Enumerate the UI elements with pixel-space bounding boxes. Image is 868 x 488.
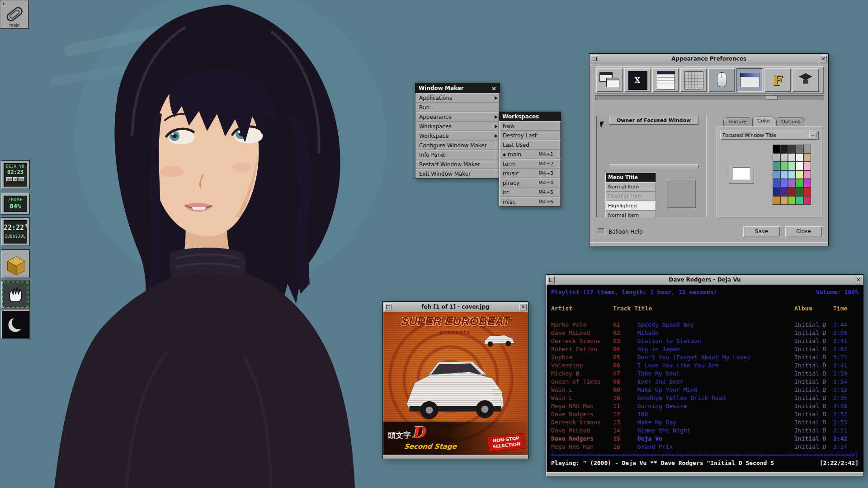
- track-row[interactable]: Wain L 10 Goodbye Yellow Brick Road Init…: [551, 394, 859, 402]
- menu-item[interactable]: Appearance: [415, 112, 500, 122]
- resizebar[interactable]: [383, 455, 528, 459]
- track-row[interactable]: Wain L 09 Make Up Your Mind Initial D 3:…: [551, 386, 859, 394]
- titlebar[interactable]: Dave Rodgers - Deja Vu ×: [546, 275, 863, 285]
- mouse-settings-icon[interactable]: [708, 68, 735, 92]
- menu-item[interactable]: main M4+1: [499, 150, 561, 159]
- color-swatch[interactable]: [796, 170, 803, 179]
- color-swatch[interactable]: [788, 162, 796, 170]
- color-swatch[interactable]: [788, 153, 796, 162]
- color-swatch[interactable]: [780, 162, 788, 170]
- workspaces-menu-titlebar[interactable]: Workspaces: [499, 112, 561, 121]
- menu-style-icon[interactable]: X: [624, 68, 651, 92]
- dockapp-music-player[interactable]: DEJA VU 02:23 ◂◂ ▸ ▸▸: [1, 160, 30, 189]
- color-swatch[interactable]: [803, 153, 811, 162]
- preview-menu-item[interactable]: Highlighted: [605, 201, 656, 211]
- tab[interactable]: Texture: [723, 117, 751, 126]
- color-swatch[interactable]: [796, 153, 803, 162]
- preview-titlebar-button[interactable]: Owner of Focused Window: [609, 116, 698, 125]
- preview-resizebar[interactable]: [609, 164, 698, 168]
- track-row[interactable]: Marko Polo 01 Speedy Speed Boy Initial D…: [551, 321, 859, 329]
- icon-preview[interactable]: [667, 179, 696, 208]
- color-swatch[interactable]: [796, 179, 803, 188]
- expert-options-icon[interactable]: [793, 68, 819, 92]
- color-swatch[interactable]: [773, 170, 780, 179]
- dropdown-button-icon[interactable]: [809, 132, 816, 138]
- color-swatch[interactable]: [788, 179, 796, 188]
- color-swatch[interactable]: [773, 196, 780, 205]
- color-swatch[interactable]: [796, 162, 803, 170]
- dockapp-moon-phase[interactable]: [1, 310, 30, 339]
- menu-item[interactable]: New: [499, 121, 561, 131]
- resizebar[interactable]: [546, 472, 863, 476]
- menu-item[interactable]: Destroy Last: [499, 131, 561, 140]
- menu-item[interactable]: Exit Window Maker: [415, 169, 500, 178]
- dockapp-clock[interactable]: 22:2239 SUN09JUL: [1, 217, 30, 246]
- tab[interactable]: Options: [776, 117, 805, 126]
- color-swatch[interactable]: [773, 179, 780, 188]
- color-swatch[interactable]: [773, 188, 780, 196]
- dockapp-crate[interactable]: [1, 249, 30, 278]
- preview-menu-item[interactable]: Disabled Item: [605, 192, 656, 201]
- forward-button[interactable]: ▸▸: [19, 177, 24, 181]
- menu-item[interactable]: misc M4+6: [499, 197, 561, 206]
- color-swatch[interactable]: [780, 145, 788, 153]
- color-swatch[interactable]: [796, 188, 803, 196]
- menu-item[interactable]: Run...: [415, 103, 500, 112]
- menu-item[interactable]: Configure Window Maker: [415, 141, 500, 150]
- titlebar[interactable]: Appearance Preferences ×: [590, 54, 828, 64]
- play-button[interactable]: ▸: [13, 177, 18, 181]
- color-swatch[interactable]: [780, 179, 788, 188]
- color-swatch[interactable]: [780, 188, 788, 196]
- track-row[interactable]: Robert Patton 04 Big in Japan Initial D …: [551, 345, 859, 353]
- tab[interactable]: Color: [752, 117, 775, 126]
- window-titlebar-icon[interactable]: [736, 68, 763, 92]
- close-icon[interactable]: ×: [820, 55, 827, 62]
- menu-item[interactable]: music M4+3: [499, 169, 561, 178]
- color-swatch[interactable]: [780, 153, 788, 162]
- color-swatch[interactable]: [773, 153, 780, 162]
- color-swatch[interactable]: [780, 170, 788, 179]
- menu-item[interactable]: Workspaces: [415, 122, 500, 131]
- color-swatch[interactable]: [796, 196, 803, 205]
- menu-item[interactable]: Applications: [415, 93, 500, 103]
- preview-menu-item[interactable]: Normal Item: [605, 211, 656, 217]
- color-swatch[interactable]: [803, 188, 811, 196]
- menu-item[interactable]: term M4+2: [499, 159, 561, 169]
- track-row[interactable]: Derreck Simons 13 Make My Day Initial D …: [551, 418, 859, 427]
- scrollbar-thumb[interactable]: [766, 96, 778, 100]
- track-row[interactable]: Queen of Times 08 Ever and Ever Initial …: [551, 378, 859, 386]
- texture-grid-icon[interactable]: [680, 68, 707, 92]
- color-swatch[interactable]: [788, 188, 796, 196]
- menu-item[interactable]: Workspace: [415, 131, 500, 141]
- save-button[interactable]: Save: [743, 226, 780, 236]
- track-row[interactable]: Dave Rodgers 12 100 Initial D 2:52: [551, 410, 859, 418]
- close-icon[interactable]: ×: [491, 85, 496, 91]
- preview-menu-item[interactable]: Normal Item: [605, 182, 656, 192]
- miniaturize-button[interactable]: [591, 55, 598, 62]
- menu-item[interactable]: irc M4+5: [499, 188, 561, 197]
- color-swatch[interactable]: [803, 162, 811, 170]
- menu-item[interactable]: Last Used: [499, 140, 561, 150]
- resizebar[interactable]: [590, 242, 828, 246]
- menu-item[interactable]: Info Panel: [415, 150, 500, 160]
- color-swatch[interactable]: [803, 170, 811, 179]
- rewind-button[interactable]: ◂◂: [6, 177, 12, 181]
- track-row[interactable]: Valentina 06 I Love You Like You Are Ini…: [551, 361, 859, 370]
- track-row[interactable]: Dave McLoud 14 Gimme the Night Initial D…: [551, 427, 859, 435]
- track-row[interactable]: Mega NRG Man 11 Burning Desire Initial D…: [551, 402, 859, 410]
- color-swatch[interactable]: [788, 145, 796, 153]
- close-button[interactable]: Close: [785, 226, 822, 236]
- miniaturize-button[interactable]: [547, 276, 555, 283]
- target-dropdown[interactable]: Focused Window Title: [720, 131, 819, 140]
- menu-item[interactable]: Restart Window Maker: [415, 160, 500, 169]
- color-swatch[interactable]: [788, 170, 796, 179]
- color-swatch[interactable]: [780, 196, 788, 205]
- preview-menu-item[interactable]: Menu Title: [605, 173, 656, 182]
- track-row[interactable]: Dave McLoud 02 Mikado Initial D 2:56: [551, 329, 859, 337]
- track-row[interactable]: Derreck Simons 03 Station to Station Ini…: [551, 337, 859, 345]
- color-swatch[interactable]: [803, 145, 811, 153]
- track-row[interactable]: Dave Rodgers 15 Deja Vu Initial D 2:42: [551, 435, 859, 443]
- window-style-icon[interactable]: [596, 68, 623, 92]
- root-menu-titlebar[interactable]: Window Maker ×: [415, 83, 500, 93]
- track-row[interactable]: Mickey B. 07 Take My Soul Initial D 2:59: [551, 370, 859, 378]
